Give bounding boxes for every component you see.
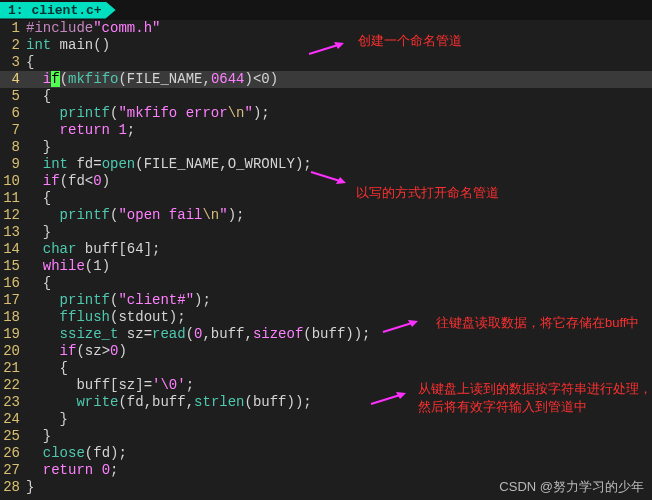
line-number: 21 (0, 360, 26, 377)
annotation: 然后将有效字符输入到管道中 (418, 398, 587, 416)
line-number: 19 (0, 326, 26, 343)
line-number: 3 (0, 54, 26, 71)
line-number: 20 (0, 343, 26, 360)
code-editor[interactable]: 1#include"comm.h" 2int main() 3{ 4 if(mk… (0, 20, 652, 496)
watermark: CSDN @努力学习的少年 (499, 478, 644, 496)
cursor: f (51, 71, 59, 87)
line-number: 24 (0, 411, 26, 428)
annotation: 创建一个命名管道 (358, 32, 462, 50)
line-number: 10 (0, 173, 26, 190)
line-number: 16 (0, 275, 26, 292)
arrow-icon (378, 320, 418, 334)
line-number: 14 (0, 241, 26, 258)
tab-client[interactable]: 1: client.c+ (0, 2, 116, 19)
line-number: 2 (0, 37, 26, 54)
line-number: 28 (0, 479, 26, 496)
line-number: 17 (0, 292, 26, 309)
line-number: 1 (0, 20, 26, 37)
arrow-icon (366, 392, 406, 406)
arrow-icon (306, 170, 346, 184)
tab-bar: 1: client.c+ (0, 0, 652, 20)
line-number: 15 (0, 258, 26, 275)
svg-line-4 (383, 323, 412, 332)
arrow-icon (304, 42, 344, 56)
line-number: 12 (0, 207, 26, 224)
line-number: 5 (0, 88, 26, 105)
annotation: 以写的方式打开命名管道 (356, 184, 499, 202)
line-number: 11 (0, 190, 26, 207)
line-number: 7 (0, 122, 26, 139)
annotation: 往键盘读取数据，将它存储在buff中 (436, 314, 639, 332)
line-number: 18 (0, 309, 26, 326)
svg-line-2 (311, 172, 340, 181)
line-number: 26 (0, 445, 26, 462)
line-number: 22 (0, 377, 26, 394)
line-number: 9 (0, 156, 26, 173)
line-number: 8 (0, 139, 26, 156)
line-number: 27 (0, 462, 26, 479)
line-number: 25 (0, 428, 26, 445)
annotation: 从键盘上读到的数据按字符串进行处理， (418, 380, 652, 398)
current-line: 4 if(mkfifo(FILE_NAME,0644)<0) (0, 71, 652, 88)
svg-line-0 (309, 45, 338, 54)
line-number: 6 (0, 105, 26, 122)
line-number: 13 (0, 224, 26, 241)
svg-line-6 (371, 395, 400, 404)
line-number: 23 (0, 394, 26, 411)
